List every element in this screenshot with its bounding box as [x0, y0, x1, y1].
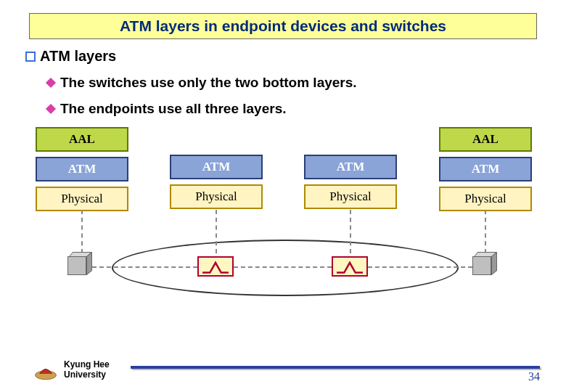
connector-line	[81, 210, 83, 253]
endpoint-node-icon	[67, 252, 92, 277]
layer-atm: ATM	[439, 157, 532, 181]
bullet-item: The endpoints use all three layers.	[47, 101, 541, 117]
atm-layers-diagram: AAL ATM Physical ATM Physical ATM Physic…	[28, 127, 538, 309]
slide-footer: Kyung Hee University 34	[0, 348, 566, 385]
switch-icon	[332, 256, 368, 277]
diamond-bullet-icon	[46, 78, 56, 88]
layer-physical: Physical	[36, 187, 128, 211]
university-name-line2: University	[64, 370, 110, 380]
connector-line	[485, 210, 486, 253]
layer-aal: AAL	[439, 127, 532, 152]
section-heading: ATM layers	[25, 48, 541, 65]
layer-atm: ATM	[304, 155, 397, 179]
endpoint-node-icon	[472, 252, 497, 277]
slide-title: ATM layers in endpoint devices and switc…	[29, 13, 537, 39]
layer-physical: Physical	[439, 187, 532, 211]
switch-stack-1: ATM Physical	[170, 155, 263, 214]
footer-rule	[131, 366, 540, 369]
layer-physical: Physical	[304, 184, 397, 209]
layer-physical: Physical	[170, 184, 263, 209]
network-cloud	[112, 240, 459, 296]
layer-aal: AAL	[36, 127, 128, 152]
bullet-item: The switches use only the two bottom lay…	[47, 75, 541, 91]
university-name-line1: Kyung Hee	[64, 360, 110, 370]
link-line	[234, 266, 332, 268]
bullet-text: The switches use only the two bottom lay…	[60, 75, 357, 91]
bullet-text: The endpoints use all three layers.	[60, 101, 287, 117]
content-area: ATM layers The switches use only the two…	[0, 39, 566, 309]
connector-line	[216, 210, 217, 253]
layer-atm: ATM	[170, 155, 263, 179]
switch-stack-2: ATM Physical	[304, 155, 397, 214]
square-bullet-icon	[25, 52, 36, 62]
connector-line	[350, 210, 351, 253]
university-logo-icon	[33, 360, 58, 380]
link-line	[368, 266, 472, 268]
endpoint-left-stack: AAL ATM Physical	[36, 127, 128, 216]
university-name: Kyung Hee University	[64, 360, 110, 380]
section-heading-text: ATM layers	[40, 48, 116, 65]
diamond-bullet-icon	[46, 104, 56, 114]
layer-atm: ATM	[36, 157, 128, 181]
switch-icon	[197, 256, 234, 277]
page-number: 34	[528, 370, 540, 383]
endpoint-right-stack: AAL ATM Physical	[439, 127, 532, 216]
link-line	[92, 266, 197, 268]
